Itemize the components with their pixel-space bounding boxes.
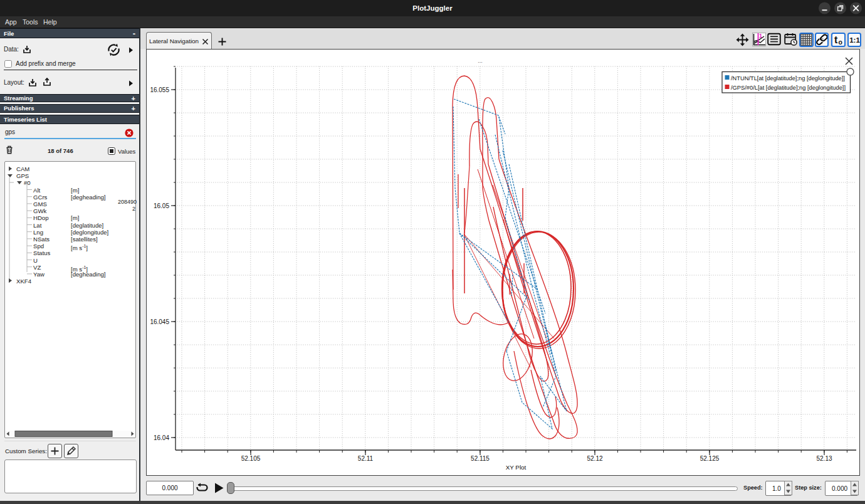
svg-text:52.11: 52.11 bbox=[358, 455, 374, 462]
svg-text:52.13: 52.13 bbox=[816, 455, 832, 462]
svg-text:1:1: 1:1 bbox=[849, 36, 860, 44]
svg-text:16.055: 16.055 bbox=[150, 87, 169, 93]
svg-text:o: o bbox=[839, 38, 842, 46]
svg-text:16.04: 16.04 bbox=[154, 434, 169, 441]
svg-text:52.115: 52.115 bbox=[471, 455, 490, 462]
svg-text:1: 1 bbox=[759, 33, 762, 39]
svg-text:16.045: 16.045 bbox=[150, 318, 169, 325]
svg-text:52.125: 52.125 bbox=[700, 455, 720, 462]
svg-text:/GPS/#0/L[at [deglatitude];ng: /GPS/#0/L[at [deglatitude];ng [deglongit… bbox=[731, 85, 846, 91]
svg-text:...: ... bbox=[478, 58, 483, 64]
svg-text:/NTUN/TL[at [deglatitude];ng [: /NTUN/TL[at [deglatitude];ng [deglongitu… bbox=[731, 75, 845, 81]
svg-text:XY Plot: XY Plot bbox=[506, 464, 527, 471]
svg-text:16.05: 16.05 bbox=[154, 202, 169, 209]
svg-text:52.12: 52.12 bbox=[587, 455, 602, 462]
svg-text:52.105: 52.105 bbox=[241, 455, 261, 462]
svg-text:t: t bbox=[834, 34, 838, 45]
